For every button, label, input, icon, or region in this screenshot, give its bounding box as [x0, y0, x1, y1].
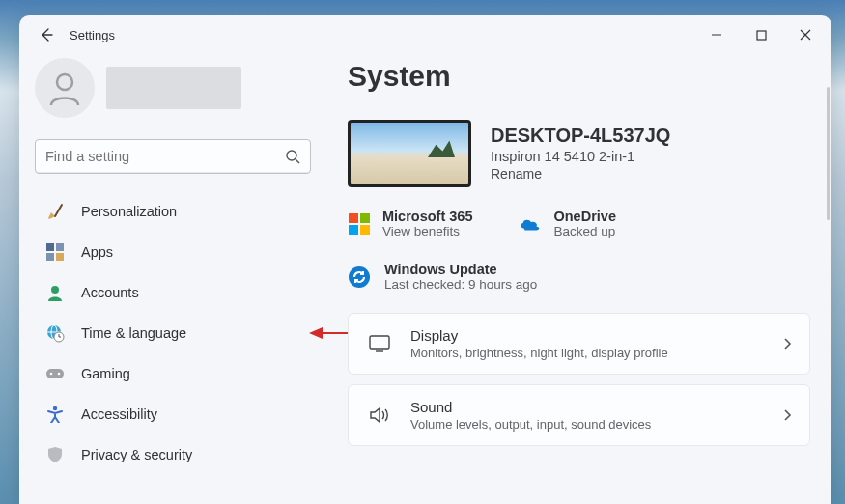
settings-window: Settings [19, 15, 831, 504]
search-box[interactable] [35, 139, 311, 174]
svg-point-20 [349, 266, 370, 288]
close-icon [800, 29, 811, 41]
svg-rect-19 [360, 225, 370, 235]
card-display-title: Display [410, 327, 668, 344]
onedrive-icon [519, 212, 542, 236]
svg-rect-5 [46, 253, 54, 261]
svg-rect-17 [360, 213, 370, 223]
card-display[interactable]: Display Monitors, brightness, night ligh… [348, 313, 810, 375]
update-title: Windows Update [384, 262, 537, 277]
svg-point-2 [287, 151, 296, 160]
desktop-thumbnail[interactable] [348, 120, 471, 187]
window-body: Personalization Apps Accounts [19, 54, 831, 504]
svg-rect-16 [349, 213, 358, 223]
windows-update-block[interactable]: Windows Update Last checked: 9 hours ago [348, 262, 810, 292]
nav-list: Personalization Apps Accounts [35, 191, 311, 475]
card-sound-sub: Volume levels, output, input, sound devi… [410, 417, 651, 432]
chevron-right-icon [782, 408, 792, 422]
display-icon [366, 335, 393, 352]
avatar [35, 58, 95, 118]
ms365-title: Microsoft 365 [382, 209, 472, 224]
page-title: System [348, 60, 810, 93]
update-icon [348, 266, 371, 289]
svg-point-13 [50, 373, 53, 376]
sidebar-item-label: Personalization [81, 204, 177, 219]
shield-icon [44, 444, 66, 465]
svg-rect-3 [46, 243, 54, 251]
sidebar-item-label: Apps [81, 244, 113, 260]
svg-point-14 [58, 373, 61, 376]
brush-icon [44, 201, 66, 222]
sidebar-item-label: Accessibility [81, 406, 157, 422]
window-controls [694, 19, 828, 50]
sidebar-item-time-language[interactable]: Time & language [35, 313, 311, 353]
sidebar-item-label: Time & language [81, 325, 186, 341]
search-input[interactable] [45, 149, 285, 164]
window-title: Settings [70, 28, 115, 42]
search-icon [285, 149, 300, 164]
sidebar: Personalization Apps Accounts [19, 54, 326, 504]
chevron-right-icon [782, 337, 792, 350]
maximize-icon [756, 30, 767, 41]
back-button[interactable] [33, 21, 60, 48]
person-icon [44, 282, 66, 303]
user-name-redacted [106, 67, 241, 109]
update-sub: Last checked: 9 hours ago [384, 277, 537, 292]
scrollbar-thumb[interactable] [827, 87, 830, 220]
sidebar-item-apps[interactable]: Apps [35, 232, 311, 272]
rename-link[interactable]: Rename [491, 166, 542, 182]
back-arrow-icon [39, 27, 54, 42]
sidebar-item-gaming[interactable]: Gaming [35, 353, 311, 394]
onedrive-block[interactable]: OneDrive Backed up [519, 209, 615, 238]
close-button[interactable] [783, 19, 828, 50]
svg-rect-21 [370, 336, 389, 349]
device-name: DESKTOP-4L537JQ [491, 125, 670, 147]
accessibility-icon [44, 404, 66, 425]
ms365-block[interactable]: Microsoft 365 View benefits [348, 209, 472, 238]
svg-point-1 [57, 74, 72, 90]
svg-rect-0 [757, 31, 766, 40]
card-sound-title: Sound [410, 399, 651, 415]
maximize-button[interactable] [739, 19, 783, 50]
card-sound[interactable]: Sound Volume levels, output, input, soun… [348, 384, 810, 446]
sidebar-item-label: Privacy & security [81, 447, 192, 462]
svg-rect-18 [349, 225, 358, 235]
minimize-button[interactable] [694, 19, 739, 50]
device-block: DESKTOP-4L537JQ Inspiron 14 5410 2-in-1 … [348, 120, 810, 187]
sound-icon [366, 406, 393, 424]
svg-rect-6 [56, 253, 64, 261]
sidebar-item-personalization[interactable]: Personalization [35, 191, 311, 232]
sidebar-item-label: Accounts [81, 285, 139, 300]
svg-rect-4 [56, 243, 64, 251]
gamepad-icon [44, 363, 66, 384]
sidebar-item-accessibility[interactable]: Accessibility [35, 394, 311, 434]
apps-icon [44, 241, 66, 263]
cloud-row: Microsoft 365 View benefits OneDrive Bac… [348, 209, 810, 238]
microsoft-365-icon [348, 212, 371, 236]
main-content: System DESKTOP-4L537JQ Inspiron 14 5410 … [326, 54, 831, 504]
device-info: DESKTOP-4L537JQ Inspiron 14 5410 2-in-1 … [491, 125, 670, 182]
ms365-sub: View benefits [382, 224, 472, 238]
svg-rect-12 [46, 369, 64, 378]
svg-point-7 [51, 286, 59, 294]
profile-block[interactable] [35, 58, 311, 118]
globe-clock-icon [44, 322, 66, 344]
sidebar-item-privacy[interactable]: Privacy & security [35, 434, 311, 475]
onedrive-sub: Backed up [553, 224, 615, 238]
minimize-icon [711, 29, 722, 41]
titlebar: Settings [19, 15, 831, 54]
svg-point-15 [53, 406, 57, 410]
sidebar-item-accounts[interactable]: Accounts [35, 272, 311, 313]
card-display-sub: Monitors, brightness, night light, displ… [410, 346, 668, 360]
device-model: Inspiron 14 5410 2-in-1 [491, 149, 670, 164]
sidebar-item-label: Gaming [81, 366, 130, 381]
onedrive-title: OneDrive [553, 209, 615, 224]
user-icon [45, 69, 84, 107]
